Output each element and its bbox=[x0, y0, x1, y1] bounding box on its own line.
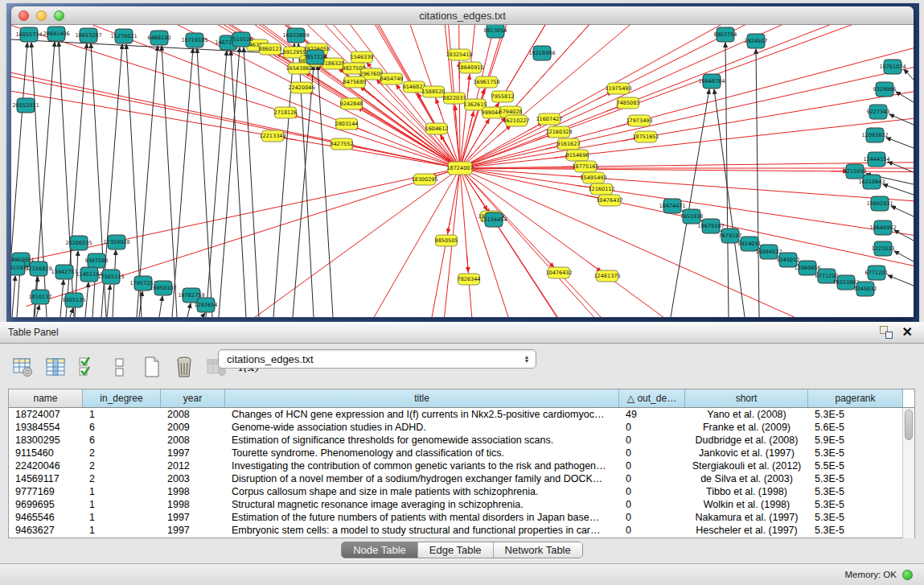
cell-out_de[interactable]: 0 bbox=[619, 459, 685, 472]
cell-title[interactable]: Estimation of significance thresholds fo… bbox=[225, 434, 619, 447]
cell-in_degree[interactable]: 1 bbox=[83, 498, 161, 511]
cell-name[interactable]: 19384554 bbox=[9, 421, 83, 434]
cell-name[interactable]: 9463627 bbox=[9, 524, 83, 537]
cell-short[interactable]: Wolkin et al. (1998) bbox=[685, 498, 808, 511]
table-row[interactable]: 1830029562008Estimation of significance … bbox=[9, 434, 914, 447]
new-column-icon[interactable] bbox=[140, 355, 164, 379]
show-columns-icon[interactable] bbox=[43, 355, 68, 379]
cell-short[interactable]: de Silva et al. (2003) bbox=[685, 472, 808, 485]
column-header-name[interactable]: name bbox=[9, 389, 83, 407]
table-row[interactable]: 946554611997Estimation of the future num… bbox=[9, 511, 914, 524]
float-panel-icon[interactable] bbox=[880, 326, 893, 339]
cell-in_degree[interactable]: 6 bbox=[83, 421, 161, 434]
cell-year[interactable]: 2012 bbox=[161, 459, 225, 472]
cell-short[interactable]: Hescheler et al. (1997) bbox=[685, 524, 808, 537]
cell-pagerank[interactable]: 5.5E-5 bbox=[808, 459, 903, 472]
table-row[interactable]: 969969511998Structural magnetic resonanc… bbox=[9, 498, 914, 511]
table-row[interactable]: 1456911722003Disruption of a novel membe… bbox=[9, 472, 914, 485]
cell-name[interactable]: 9115460 bbox=[9, 447, 83, 459]
network-canvas[interactable]: 7463822886012389129551822605898275031654… bbox=[11, 25, 914, 317]
citation-network-graph[interactable]: 7463822886012389129551822605898275031654… bbox=[11, 25, 914, 317]
cell-year[interactable]: 1998 bbox=[161, 498, 225, 511]
minimize-window-icon[interactable] bbox=[36, 10, 47, 21]
cell-year[interactable]: 2009 bbox=[161, 421, 225, 434]
close-panel-icon[interactable]: ✕ bbox=[902, 326, 913, 339]
cell-pagerank[interactable]: 5.3E-5 bbox=[808, 447, 903, 459]
cell-in_degree[interactable]: 6 bbox=[83, 434, 161, 447]
scrollbar-thumb[interactable] bbox=[905, 410, 913, 440]
cell-title[interactable]: Disruption of a novel member of a sodium… bbox=[225, 472, 619, 485]
cell-year[interactable]: 2003 bbox=[161, 472, 225, 485]
cell-short[interactable]: Stergiakouli et al. (2012) bbox=[685, 459, 808, 472]
cell-pagerank[interactable]: 5.3E-5 bbox=[808, 498, 903, 511]
cell-name[interactable]: 22420046 bbox=[9, 459, 83, 472]
network-view-window[interactable]: citations_edges.txt 74638228860123891295… bbox=[11, 6, 914, 318]
cell-out_de[interactable]: 0 bbox=[619, 498, 685, 511]
table-selector-dropdown[interactable]: citations_edges.txt ▲▼ bbox=[218, 349, 536, 369]
table-row[interactable]: 1872400712008Changes of HCN gene express… bbox=[9, 408, 914, 421]
cell-pagerank[interactable]: 5.3E-5 bbox=[808, 511, 903, 524]
cell-name[interactable]: 18300295 bbox=[9, 434, 83, 447]
unselect-all-icon[interactable] bbox=[108, 355, 132, 379]
cell-in_degree[interactable]: 1 bbox=[83, 511, 161, 524]
table-row[interactable]: 946362711997Embryonic stem cells: a mode… bbox=[9, 524, 914, 537]
cell-out_de[interactable]: 0 bbox=[619, 447, 685, 459]
table-mode-icon[interactable] bbox=[11, 355, 35, 379]
tab-node-table[interactable]: Node Table bbox=[342, 542, 418, 558]
cell-pagerank[interactable]: 5.3E-5 bbox=[808, 485, 903, 498]
cell-title[interactable]: Embryonic stem cells: a model to study s… bbox=[225, 524, 619, 537]
cell-name[interactable]: 9777169 bbox=[9, 485, 83, 498]
select-all-icon[interactable] bbox=[76, 355, 100, 379]
cell-in_degree[interactable]: 1 bbox=[83, 408, 161, 421]
cell-title[interactable]: Changes of HCN gene expression and I(f) … bbox=[225, 408, 619, 421]
cell-out_de[interactable]: 0 bbox=[619, 524, 685, 537]
cell-short[interactable]: Nakamura et al. (1997) bbox=[685, 511, 808, 524]
table-vertical-scrollbar[interactable] bbox=[902, 408, 914, 538]
cell-out_de[interactable]: 0 bbox=[619, 511, 685, 524]
cell-short[interactable]: Jankovic et al. (1997) bbox=[685, 447, 808, 459]
cell-title[interactable]: Structural magnetic resonance image aver… bbox=[225, 498, 619, 511]
cell-year[interactable]: 1997 bbox=[161, 511, 225, 524]
tab-edge-table[interactable]: Edge Table bbox=[418, 542, 494, 558]
tab-network-table[interactable]: Network Table bbox=[494, 542, 582, 558]
cell-out_de[interactable]: 0 bbox=[619, 472, 685, 485]
column-header-out_de[interactable]: △ out_de… bbox=[619, 389, 685, 407]
column-header-title[interactable]: title bbox=[225, 389, 619, 407]
cell-year[interactable]: 2008 bbox=[161, 434, 225, 447]
zoom-window-icon[interactable] bbox=[54, 10, 64, 21]
cell-year[interactable]: 1997 bbox=[161, 447, 225, 459]
cell-out_de[interactable]: 49 bbox=[619, 408, 685, 421]
column-header-pagerank[interactable]: pagerank bbox=[808, 389, 903, 407]
cell-in_degree[interactable]: 2 bbox=[83, 472, 161, 485]
cell-pagerank[interactable]: 5.6E-5 bbox=[808, 421, 903, 434]
cell-title[interactable]: Investigating the contribution of common… bbox=[225, 459, 619, 472]
cell-year[interactable]: 2008 bbox=[161, 408, 225, 421]
cell-short[interactable]: Tibbo et al. (1998) bbox=[685, 485, 808, 498]
cell-out_de[interactable]: 0 bbox=[619, 434, 685, 447]
column-header-in_degree[interactable]: in_degree bbox=[83, 389, 161, 407]
table-row[interactable]: 1938455462009Genome-wide association stu… bbox=[9, 421, 914, 434]
cell-short[interactable]: Franke et al. (2009) bbox=[685, 421, 808, 434]
cell-name[interactable]: 18724007 bbox=[9, 408, 83, 421]
cell-title[interactable]: Estimation of the future numbers of pati… bbox=[225, 511, 619, 524]
cell-in_degree[interactable]: 2 bbox=[83, 447, 161, 459]
cell-pagerank[interactable]: 5.3E-5 bbox=[808, 524, 903, 537]
cell-in_degree[interactable]: 1 bbox=[83, 524, 161, 537]
cell-in_degree[interactable]: 1 bbox=[83, 485, 161, 498]
delete-column-icon[interactable] bbox=[172, 355, 196, 379]
cell-title[interactable]: Tourette syndrome. Phenomenology and cla… bbox=[225, 447, 619, 459]
cell-pagerank[interactable]: 5.3E-5 bbox=[808, 472, 903, 485]
cell-name[interactable]: 9465546 bbox=[9, 511, 83, 524]
column-header-short[interactable]: short bbox=[685, 389, 808, 407]
cell-pagerank[interactable]: 5.9E-5 bbox=[808, 434, 903, 447]
cell-short[interactable]: Yano et al. (2008) bbox=[685, 408, 808, 421]
cell-short[interactable]: Dudbridge et al. (2008) bbox=[685, 434, 808, 447]
table-row[interactable]: 911546021997Tourette syndrome. Phenomeno… bbox=[9, 447, 914, 459]
close-window-icon[interactable] bbox=[18, 10, 29, 21]
table-row[interactable]: 2242004622012Investigating the contribut… bbox=[9, 459, 914, 472]
cell-year[interactable]: 1997 bbox=[161, 524, 225, 537]
table-row[interactable]: 977716911998Corpus callosum shape and si… bbox=[9, 485, 914, 498]
cell-pagerank[interactable]: 5.3E-5 bbox=[808, 408, 903, 421]
cell-in_degree[interactable]: 2 bbox=[83, 459, 161, 472]
network-window-titlebar[interactable]: citations_edges.txt bbox=[11, 6, 914, 25]
